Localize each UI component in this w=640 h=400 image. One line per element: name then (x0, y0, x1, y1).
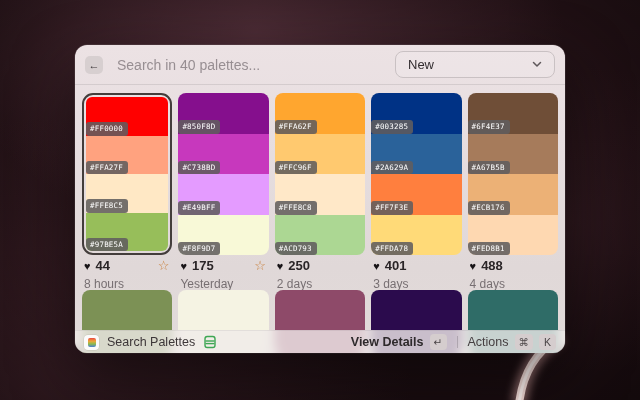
palette-item-2[interactable]: #850F8D #C738BD #E49BFF #F8F9D7 (178, 93, 268, 255)
swatch-hex-label: #F8F9D7 (178, 242, 220, 256)
palette-swatch: #97BE5A (86, 213, 168, 252)
swatch-hex-label: #E49BFF (178, 201, 220, 215)
palette-swatch: #FFA62F (275, 93, 365, 134)
swatch-hex-label: #2A629A (371, 161, 413, 175)
palette-swatch: #ECB176 (468, 174, 558, 215)
palette-stats-3: ♥ 250 ☆ 2 days (275, 258, 365, 291)
palette-stats-4: ♥ 401 ☆ 3 days (371, 258, 461, 291)
actions-label: Actions (468, 335, 509, 349)
swatch-hex-label: #FFE8C8 (275, 201, 317, 215)
palette-swatch: #2A629A (371, 134, 461, 175)
heart-icon: ♥ (470, 260, 477, 272)
palette-card: #850F8D #C738BD #E49BFF #F8F9D7 (178, 93, 268, 255)
palette-card: #FFA62F #FFC96F #FFE8C8 #ACD793 (275, 93, 365, 255)
swatch-hex-label: #003285 (371, 120, 413, 134)
extension-icon (84, 335, 99, 350)
sort-dropdown[interactable]: New (395, 51, 555, 78)
swatch-hex-label: #A67B5B (468, 161, 510, 175)
command-key-icon: ⌘ (515, 334, 534, 350)
back-button[interactable]: ← (85, 56, 103, 74)
palette-item-3[interactable]: #FFA62F #FFC96F #FFE8C8 #ACD793 (275, 93, 365, 255)
swatch-hex-label: #FFA27F (86, 161, 128, 175)
palette-age: Yesterday (180, 277, 268, 291)
palette-swatch: #ACD793 (275, 215, 365, 256)
palette-swatch: #A67B5B (468, 134, 558, 175)
status-bar: Search Palettes View Details ↵ Actions ⌘… (75, 330, 565, 353)
palette-swatch: #FF0000 (86, 97, 168, 136)
palette-swatch: #FFA27F (86, 136, 168, 175)
likes-count: 44 (96, 258, 110, 273)
command-name: Search Palettes (107, 335, 195, 349)
palette-card: #FF0000 #FFA27F #FFE8C5 #97BE5A (86, 97, 168, 251)
swatch-hex-label: #C738BD (178, 161, 220, 175)
palette-swatch: #FFDA78 (371, 215, 461, 256)
palette-swatch: #FFE8C8 (275, 174, 365, 215)
palette-swatch: #850F8D (178, 93, 268, 134)
likes-count: 250 (288, 258, 310, 273)
likes-count: 488 (481, 258, 503, 273)
palette-stats-2: ♥ 175 ☆ Yesterday (178, 258, 268, 291)
swatch-hex-label: #FFE8C5 (86, 199, 128, 213)
swatch-hex-label: #FFA62F (275, 120, 317, 134)
palette-item-4[interactable]: #003285 #2A629A #FF7F3E #FFDA78 (371, 93, 461, 255)
swatch-hex-label: #6F4E37 (468, 120, 510, 134)
palette-card: #6F4E37 #A67B5B #ECB176 #FED8B1 (468, 93, 558, 255)
palette-age: 4 days (470, 277, 558, 291)
palette-swatch: #FFC96F (275, 134, 365, 175)
swatch-hex-label: #FF0000 (86, 122, 128, 136)
palette-swatch: #FFE8C5 (86, 174, 168, 213)
selection-ring: #FF0000 #FFA27F #FFE8C5 #97BE5A (82, 93, 172, 255)
palette-swatch: #C738BD (178, 134, 268, 175)
saved-database-icon (203, 335, 217, 349)
extension-icon-glyph (88, 338, 96, 347)
footer-divider (457, 336, 458, 348)
palette-age: 8 hours (84, 277, 172, 291)
likes-count: 401 (385, 258, 407, 273)
swatch-hex-label: #FF7F3E (371, 201, 413, 215)
heart-icon: ♥ (180, 260, 187, 272)
palette-age: 2 days (277, 277, 365, 291)
view-details-label: View Details (351, 335, 424, 349)
actions-button[interactable]: Actions ⌘ K (468, 334, 557, 350)
palette-card: #003285 #2A629A #FF7F3E #FFDA78 (371, 93, 461, 255)
palette-stats-row: ♥ 44 ☆ 8 hours ♥ 175 ☆ Yesterday ♥ 250 ☆… (82, 258, 558, 291)
palette-swatch: #FED8B1 (468, 215, 558, 256)
k-key-icon: K (539, 334, 556, 350)
palette-swatch: #6F4E37 (468, 93, 558, 134)
palette-search-window: ← New #FF0000 #FFA27F #FFE8C5 #97BE5A # (75, 45, 565, 353)
palette-item-5[interactable]: #6F4E37 #A67B5B #ECB176 #FED8B1 (468, 93, 558, 255)
sort-dropdown-value: New (408, 57, 532, 72)
swatch-hex-label: #ACD793 (275, 242, 317, 256)
swatch-hex-label: #ECB176 (468, 201, 510, 215)
palette-item-1[interactable]: #FF0000 #FFA27F #FFE8C5 #97BE5A (82, 93, 172, 255)
chevron-down-icon (532, 61, 542, 68)
view-details-button[interactable]: View Details ↵ (351, 334, 447, 350)
heart-icon: ♥ (84, 260, 91, 272)
favorite-star-icon: ☆ (254, 259, 266, 272)
search-header: ← New (75, 45, 565, 85)
palette-stats-5: ♥ 488 ☆ 4 days (468, 258, 558, 291)
palette-stats-1: ♥ 44 ☆ 8 hours (82, 258, 172, 291)
swatch-hex-label: #FFDA78 (371, 242, 413, 256)
palette-swatch: #FF7F3E (371, 174, 461, 215)
swatch-hex-label: #850F8D (178, 120, 220, 134)
back-arrow-icon: ← (89, 59, 100, 71)
favorite-star-icon: ☆ (158, 259, 170, 272)
palette-swatch: #003285 (371, 93, 461, 134)
palette-age: 3 days (373, 277, 461, 291)
swatch-hex-label: #97BE5A (86, 238, 128, 252)
palette-swatch: #F8F9D7 (178, 215, 268, 256)
return-key-icon: ↵ (430, 334, 447, 350)
heart-icon: ♥ (373, 260, 380, 272)
swatch-hex-label: #FED8B1 (468, 242, 510, 256)
palette-swatch: #E49BFF (178, 174, 268, 215)
search-input[interactable] (117, 57, 395, 73)
swatch-hex-label: #FFC96F (275, 161, 317, 175)
heart-icon: ♥ (277, 260, 284, 272)
palette-grid: #FF0000 #FFA27F #FFE8C5 #97BE5A #850F8D … (82, 93, 558, 255)
likes-count: 175 (192, 258, 214, 273)
